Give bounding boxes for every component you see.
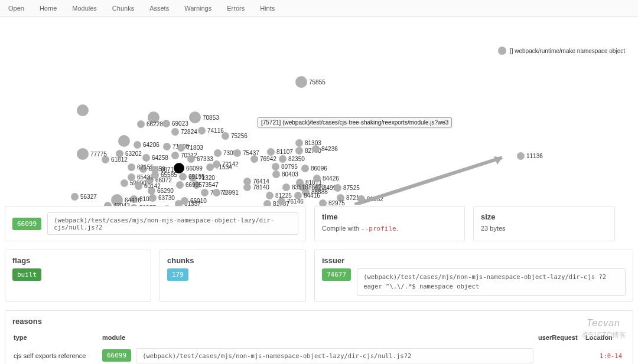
graph-node[interactable]: 60142	[135, 182, 161, 190]
node-label: 66099	[186, 165, 203, 172]
node-label: 82350	[288, 156, 305, 162]
graph-node[interactable]: 86096	[301, 165, 327, 172]
graph-node[interactable]: 62151	[128, 163, 154, 171]
nav-hints[interactable]: Hints	[260, 5, 275, 12]
time-card: time Compile with --profile.	[314, 206, 465, 241]
graph-node[interactable]	[77, 104, 89, 116]
node-dot-icon	[177, 144, 185, 152]
node-label: 72824	[181, 129, 197, 135]
graph-node[interactable]: 76942	[250, 155, 276, 163]
graph-node[interactable]: 65585	[151, 171, 177, 179]
graph-node[interactable]: 69023	[162, 120, 188, 127]
node-dot-icon	[319, 199, 327, 206]
reasons-table: type module userRequest Location cjs sel…	[12, 332, 626, 365]
graph-node[interactable]: 83518	[282, 183, 308, 191]
node-label: 72142	[222, 161, 239, 168]
graph-node[interactable]: 42043	[104, 202, 130, 206]
size-card: size 23 bytes	[473, 206, 615, 241]
graph-node[interactable]: 68500	[163, 205, 189, 206]
graph-node[interactable]: 75855	[295, 76, 325, 88]
node-dot-icon	[77, 104, 89, 116]
issuer-title: issuer	[322, 256, 626, 265]
graph-node[interactable]: 77775	[77, 148, 107, 160]
graph-node[interactable]: 82975	[319, 199, 345, 206]
chunks-card: chunks 179	[160, 250, 306, 302]
flags-card: flags built	[5, 250, 151, 302]
issuer-path[interactable]: (webpack)/test/cases/mjs/non-mjs-namespa…	[357, 268, 626, 296]
graph-node[interactable]: 65431	[128, 173, 154, 181]
graph-node[interactable]: 73991	[213, 189, 239, 196]
graph-node[interactable]: 74116	[198, 127, 224, 135]
node-label: 82975	[328, 200, 345, 206]
reasons-col-loc: Location	[584, 332, 626, 346]
selected-module-badge[interactable]: 66099	[12, 218, 41, 230]
module-graph[interactable]: [] webpack/runtime/make namespace object…	[0, 17, 638, 206]
top-nav: Open Home Modules Chunks Assets Warnings…	[0, 0, 638, 17]
graph-node[interactable]: 71803	[177, 144, 203, 152]
node-dot-icon	[279, 155, 287, 163]
graph-node[interactable]: 56327	[71, 193, 97, 201]
node-dot-icon	[222, 132, 229, 140]
reason-loc: 1:0-14	[600, 352, 622, 359]
graph-node[interactable]: 67333	[187, 155, 213, 163]
graph-node[interactable]: 66995	[176, 181, 202, 189]
graph-node[interactable]: 64206	[134, 141, 160, 149]
info-row-1: 66099 (webpack)/test/cases/mjs/non-mjs-n…	[0, 206, 638, 250]
time-text: Compile with --profile.	[322, 225, 457, 232]
issuer-badge[interactable]: 74677	[322, 268, 351, 281]
graph-node-selected[interactable]: 66099	[174, 163, 203, 173]
graph-node[interactable]: 72824	[171, 128, 197, 136]
reason-path[interactable]: (webpack)/test/cases/mjs/non-mjs-namespa…	[136, 348, 533, 363]
graph-node[interactable]: 66010	[181, 197, 207, 205]
graph-node[interactable]: 70853	[189, 112, 219, 123]
nav-home[interactable]: Home	[40, 5, 57, 12]
graph-node[interactable]	[118, 135, 130, 147]
issuer-card: issuer 74677 (webpack)/test/cases/mjs/no…	[314, 250, 633, 302]
node-label: 73547	[202, 182, 219, 188]
node-label: 64206	[143, 142, 160, 148]
graph-node[interactable]: 72142	[213, 160, 239, 168]
node-label: 69023	[172, 120, 188, 127]
graph-node[interactable]: 78140	[243, 183, 269, 191]
nav-assets[interactable]: Assets	[149, 5, 169, 12]
nav-chunks[interactable]: Chunks	[112, 5, 134, 12]
graph-node[interactable]: 63730	[149, 194, 175, 202]
node-dot-icon	[171, 128, 179, 136]
node-dot-icon	[137, 120, 145, 128]
node-dot-icon	[187, 155, 195, 163]
node-dot-icon	[181, 197, 188, 205]
node-dot-icon	[162, 120, 170, 127]
graph-node[interactable]: 80403	[272, 170, 298, 178]
nav-errors[interactable]: Errors	[227, 5, 245, 12]
graph-node[interactable]: 64258	[142, 154, 168, 162]
graph-node[interactable]: 82350	[279, 155, 305, 163]
node-dot-icon	[334, 184, 341, 192]
graph-node[interactable]: 66228	[137, 120, 163, 128]
flags-badge: built	[12, 268, 41, 281]
graph-node[interactable]: 84236	[312, 145, 338, 153]
node-dot-icon	[295, 139, 303, 147]
node-tooltip: [75721] (webpack)/test/cases/cjs-tree-sh…	[258, 117, 452, 127]
graph-node[interactable]: 11136	[517, 152, 543, 160]
reasons-col-module: module	[101, 332, 135, 346]
size-value: 23 bytes	[481, 225, 607, 232]
graph-node[interactable]: 80795	[272, 163, 298, 170]
selected-module-path[interactable]: (webpack)/test/cases/mjs/non-mjs-namespa…	[47, 212, 298, 235]
nav-open[interactable]: Open	[8, 5, 24, 12]
chunks-badge[interactable]: 179	[167, 268, 188, 281]
graph-node[interactable]: 84426	[313, 175, 339, 182]
nav-modules[interactable]: Modules	[72, 5, 97, 12]
reason-module-badge[interactable]: 66099	[102, 349, 131, 362]
graph-node[interactable]: 69155	[179, 173, 205, 181]
legend-label: [] webpack/runtime/make namespace object	[510, 48, 625, 54]
node-dot-icon	[163, 205, 171, 206]
node-dot-icon	[135, 182, 142, 190]
reason-type: cjs self exports reference	[12, 346, 101, 365]
node-label: 56327	[80, 194, 97, 200]
node-label: 84236	[321, 146, 338, 152]
node-label: 84416	[304, 192, 320, 199]
graph-node[interactable]: 76146	[278, 198, 304, 205]
graph-node[interactable]: 75256	[222, 132, 248, 140]
nav-warnings[interactable]: Warnings	[184, 5, 211, 12]
reasons-card: reasons type module userRequest Location…	[5, 310, 633, 365]
